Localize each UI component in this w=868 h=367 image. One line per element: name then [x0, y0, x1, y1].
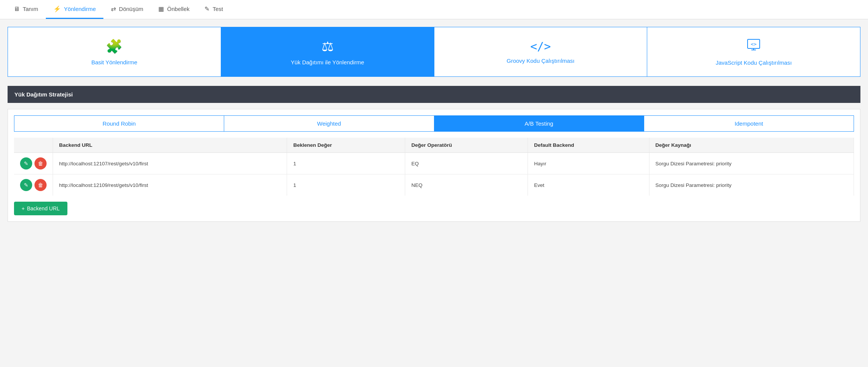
tab-onbellek[interactable]: ▦ Önbellek: [151, 0, 197, 19]
pencil-icon: ✎: [205, 5, 209, 12]
js-icon: <>: [747, 38, 760, 55]
cell-deger-operatoru: EQ: [405, 153, 528, 174]
col-header-actions: [14, 138, 53, 153]
strategy-tab-idempotent-label: Idempotent: [735, 120, 763, 127]
scale-icon: ⚖: [322, 39, 334, 54]
section-header-title: Yük Dağıtım Stratejisi: [14, 91, 73, 98]
tab-test-label: Test: [212, 6, 223, 12]
puzzle-icon: 🧩: [106, 39, 123, 54]
cell-default-backend: Evet: [528, 174, 649, 196]
delete-button[interactable]: 🗑: [34, 179, 47, 191]
tab-yonlendirme-label: Yönlendirme: [64, 6, 96, 12]
col-header-beklenen-deger: Beklenen Değer: [287, 138, 405, 153]
table-header-row: Backend URL Beklenen Değer Değer Operatö…: [14, 138, 854, 153]
col-header-deger-operatoru: Değer Operatörü: [405, 138, 528, 153]
arrows-icon: ⇄: [111, 5, 116, 12]
tab-tanim[interactable]: 🖥 Tanım: [6, 0, 46, 19]
tab-donusum[interactable]: ⇄ Dönüşüm: [103, 0, 151, 19]
strategy-tab-abtesting-label: A/B Testing: [525, 120, 553, 127]
cell-backend-url: http://localhost:12107/rest/gets/v10/fir…: [53, 153, 287, 174]
tab-onbellek-label: Önbellek: [167, 6, 189, 12]
backend-table: Backend URL Beklenen Değer Değer Operatö…: [14, 138, 854, 196]
routing-card-basit-label: Basit Yönlendirme: [91, 59, 137, 65]
cache-icon: ▦: [158, 5, 164, 12]
strategy-tab-weighted-label: Weighted: [317, 120, 341, 127]
monitor-icon: 🖥: [14, 6, 20, 12]
routing-card-groovy-label: Groovy Kodu Çalıştırılması: [507, 58, 575, 64]
edit-button[interactable]: ✎: [20, 157, 32, 170]
routing-card-basit[interactable]: 🧩 Basit Yönlendirme: [8, 27, 221, 76]
main-content: 🧩 Basit Yönlendirme ⚖ Yük Dağıtımı ile Y…: [0, 19, 868, 229]
cell-backend-url: http://localhost:12109/rest/gets/v10/fir…: [53, 174, 287, 196]
strategy-tab-idempotent[interactable]: Idempotent: [644, 116, 854, 131]
strategy-tab-abtesting[interactable]: A/B Testing: [434, 116, 644, 131]
tab-donusum-label: Dönüşüm: [119, 6, 143, 12]
cell-default-backend: Hayır: [528, 153, 649, 174]
add-icon: +: [22, 205, 25, 211]
tab-tanim-label: Tanım: [23, 6, 38, 12]
tab-test[interactable]: ✎ Test: [197, 0, 231, 19]
top-tab-bar: 🖥 Tanım ⚡ Yönlendirme ⇄ Dönüşüm ▦ Önbell…: [0, 0, 868, 19]
routing-card-javascript-label: JavaScript Kodu Çalıştırılması: [716, 59, 792, 66]
svg-text:<>: <>: [751, 41, 757, 47]
row-actions: ✎ 🗑: [14, 153, 53, 174]
col-header-backend-url: Backend URL: [53, 138, 287, 153]
routing-card-javascript[interactable]: <> JavaScript Kodu Çalıştırılması: [647, 27, 860, 76]
section-header: Yük Dağıtım Stratejisi: [8, 86, 860, 103]
cell-beklenen-deger: 1: [287, 174, 405, 196]
cell-beklenen-deger: 1: [287, 153, 405, 174]
cell-deger-kaynagi: Sorgu Dizesi Parametresi: priority: [649, 174, 854, 196]
strategy-panel: Round Robin Weighted A/B Testing Idempot…: [8, 109, 860, 222]
code-icon: </>: [530, 40, 551, 53]
tab-yonlendirme[interactable]: ⚡ Yönlendirme: [46, 0, 103, 19]
cell-deger-operatoru: NEQ: [405, 174, 528, 196]
routing-card-yukdagitimi-label: Yük Dağıtımı ile Yönlendirme: [291, 59, 364, 65]
row-actions: ✎ 🗑: [14, 174, 53, 196]
routing-card-yukdagitimi[interactable]: ⚖ Yük Dağıtımı ile Yönlendirme: [221, 27, 434, 76]
strategy-tab-roundrobin-label: Round Robin: [103, 120, 136, 127]
add-backend-url-button[interactable]: + Backend URL: [14, 202, 67, 215]
add-button-label: Backend URL: [27, 205, 59, 211]
cell-deger-kaynagi: Sorgu Dizesi Parametresi: priority: [649, 153, 854, 174]
strategy-tab-roundrobin[interactable]: Round Robin: [14, 116, 224, 131]
routing-card-groovy[interactable]: </> Groovy Kodu Çalıştırılması: [434, 27, 648, 76]
strategy-tab-weighted[interactable]: Weighted: [224, 116, 434, 131]
lightning-icon: ⚡: [53, 5, 61, 12]
table-wrapper: Backend URL Beklenen Değer Değer Operatö…: [8, 138, 860, 196]
routing-cards: 🧩 Basit Yönlendirme ⚖ Yük Dağıtımı ile Y…: [8, 27, 860, 77]
table-row: ✎ 🗑 http://localhost:12107/rest/gets/v10…: [14, 153, 854, 174]
col-header-deger-kaynagi: Değer Kaynağı: [649, 138, 854, 153]
edit-button[interactable]: ✎: [20, 179, 32, 191]
col-header-default-backend: Default Backend: [528, 138, 649, 153]
strategy-tabs: Round Robin Weighted A/B Testing Idempot…: [14, 115, 854, 132]
delete-button[interactable]: 🗑: [34, 157, 47, 170]
table-row: ✎ 🗑 http://localhost:12109/rest/gets/v10…: [14, 174, 854, 196]
